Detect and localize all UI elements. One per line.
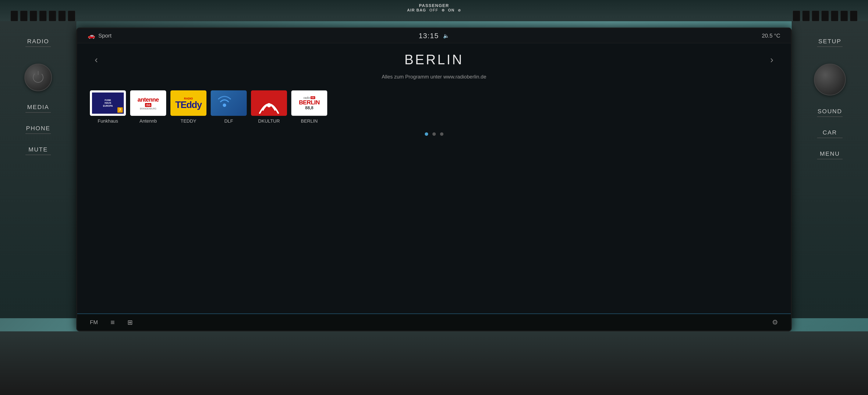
top-area: PASSENGER AIR BAG OFF ⚙ ON ⊘ xyxy=(0,0,868,21)
preset-item-antenne[interactable]: antenne rbb BRANDENBURG Antennb xyxy=(130,90,166,124)
setup-button[interactable]: SETUP xyxy=(807,34,853,51)
media-label: MEDIA xyxy=(27,104,49,111)
status-bar: 🚗 Sport 13:15 🔈 20.5 °C xyxy=(77,28,791,43)
preset-logo-dlf xyxy=(211,90,247,116)
phone-label: PHONE xyxy=(26,125,51,132)
preset-label-antenne: Antennb xyxy=(140,118,157,124)
teddy-logo-inner: RADIO TEddy xyxy=(170,90,207,116)
car-button[interactable]: CAR xyxy=(807,125,853,142)
next-station-button[interactable]: › xyxy=(766,53,778,66)
bottom-bar: FM ≡ ⊞ ⚙ xyxy=(77,314,791,331)
status-left: 🚗 Sport xyxy=(88,32,318,39)
vent-slot xyxy=(20,10,28,21)
car-underline xyxy=(817,138,843,138)
next-arrow-icon: › xyxy=(770,54,773,65)
menu-button[interactable]: MENU xyxy=(807,146,853,163)
setup-underline xyxy=(817,47,843,47)
bottom-car-panel xyxy=(0,331,868,395)
preset-item-berlin[interactable]: radio rbb BERLIN 88,8 BERLIN xyxy=(291,90,327,124)
sound-underline xyxy=(817,116,843,117)
power-icon xyxy=(33,72,43,83)
airbag-status: OFF xyxy=(429,8,438,12)
right-controls-panel: SETUP SOUND CAR MENU xyxy=(792,21,868,318)
airbag-text-1: PASSENGER xyxy=(407,3,461,8)
volume-knob[interactable] xyxy=(814,64,846,95)
left-controls-panel: RADIO MEDIA PHONE MUTE xyxy=(0,21,76,318)
band-label: FM xyxy=(90,319,98,326)
airbag-icon-2: ⊘ xyxy=(458,8,461,12)
vent-slot xyxy=(39,10,46,21)
mute-button[interactable]: MUTE xyxy=(15,142,61,159)
car-status-icon: 🚗 xyxy=(88,32,95,39)
sound-button[interactable]: SOUND xyxy=(807,104,853,121)
vent-slot xyxy=(822,10,829,21)
vent-slot xyxy=(10,10,18,21)
radio-label: RADIO xyxy=(27,38,49,45)
band-selector-fm[interactable]: FM xyxy=(90,319,98,326)
menu-underline xyxy=(817,159,843,159)
vent-slot xyxy=(850,10,858,21)
vent-slot xyxy=(840,10,848,21)
settings-button[interactable]: ⚙ xyxy=(772,318,778,326)
sound-label: SOUND xyxy=(817,108,842,115)
berlin-logo-inner: radio rbb BERLIN 88,8 xyxy=(292,91,327,115)
preset-label-teddy: TEDDY xyxy=(181,118,196,124)
prev-station-button[interactable]: ‹ xyxy=(90,53,102,66)
settings-icon: ⚙ xyxy=(772,318,778,326)
mute-underline xyxy=(25,154,51,155)
media-underline xyxy=(25,112,51,113)
vent-slot xyxy=(49,10,56,21)
vent-slot xyxy=(831,10,838,21)
preset-item-dkultur[interactable]: DKULTUR xyxy=(251,90,287,124)
dlf-logo-inner xyxy=(211,90,247,116)
pagination-dot-1[interactable] xyxy=(425,132,428,136)
drive-mode-text: Sport xyxy=(98,32,112,39)
presets-view-button[interactable]: ⊞ xyxy=(127,319,133,326)
preset-item-dlf[interactable]: DLF xyxy=(211,90,247,124)
airbag-text-2: AIR BAG xyxy=(407,8,426,12)
preset-logo-teddy: RADIO TEddy xyxy=(170,90,207,116)
menu-label: MENU xyxy=(820,150,840,157)
left-vent xyxy=(10,10,75,21)
radio-underline xyxy=(25,47,51,47)
dkultur-svg xyxy=(256,92,282,114)
presets-grid: FUNKHAUSEUROPA 7 Funkhaus antenne rbb xyxy=(90,86,778,128)
preset-item-teddy[interactable]: RADIO TEddy TEDDY xyxy=(170,90,207,124)
media-button[interactable]: MEDIA xyxy=(15,100,61,117)
antenne-logo-inner: antenne rbb BRANDENBURG xyxy=(130,90,166,116)
mute-label: MUTE xyxy=(28,146,48,153)
preset-logo-antenne: antenne rbb BRANDENBURG xyxy=(130,90,166,116)
funkhaus-logo-inner: FUNKHAUSEUROPA 7 xyxy=(92,92,124,114)
phone-button[interactable]: PHONE xyxy=(15,121,61,138)
prev-arrow-icon: ‹ xyxy=(95,54,98,65)
pagination xyxy=(90,128,778,140)
preset-label-berlin: BERLIN xyxy=(301,118,317,124)
preset-label-funkhaus: Funkhaus xyxy=(98,118,118,124)
power-knob[interactable] xyxy=(24,64,52,91)
svg-point-0 xyxy=(223,104,226,107)
vent-slot xyxy=(812,10,819,21)
pagination-dot-2[interactable] xyxy=(432,132,436,136)
radio-button[interactable]: RADIO xyxy=(15,34,61,51)
temperature-display: 20.5 °C xyxy=(762,32,780,39)
vent-slot xyxy=(58,10,66,21)
vent-slot xyxy=(30,10,37,21)
preset-item-funkhaus[interactable]: FUNKHAUSEUROPA 7 Funkhaus xyxy=(90,90,126,124)
vent-slot xyxy=(68,10,75,21)
airbag-icon-1: ⚙ xyxy=(441,8,445,12)
dlf-svg xyxy=(216,94,241,112)
pagination-dot-3[interactable] xyxy=(440,132,443,136)
preset-logo-dkultur xyxy=(251,90,287,116)
dkultur-logo-inner xyxy=(251,90,287,116)
speaker-icon: 🔈 xyxy=(443,33,450,39)
preset-logo-berlin: radio rbb BERLIN 88,8 xyxy=(291,90,327,116)
station-header: ‹ BERLIN › xyxy=(90,48,778,72)
list-icon: ≡ xyxy=(111,318,115,327)
airbag-on-text: ON xyxy=(448,8,455,12)
time-display: 13:15 xyxy=(418,32,439,40)
station-name: BERLIN xyxy=(102,52,766,67)
dkultur-signal xyxy=(256,92,282,114)
list-view-button[interactable]: ≡ xyxy=(111,318,115,327)
right-vent xyxy=(793,10,858,21)
vent-slot xyxy=(793,10,800,21)
